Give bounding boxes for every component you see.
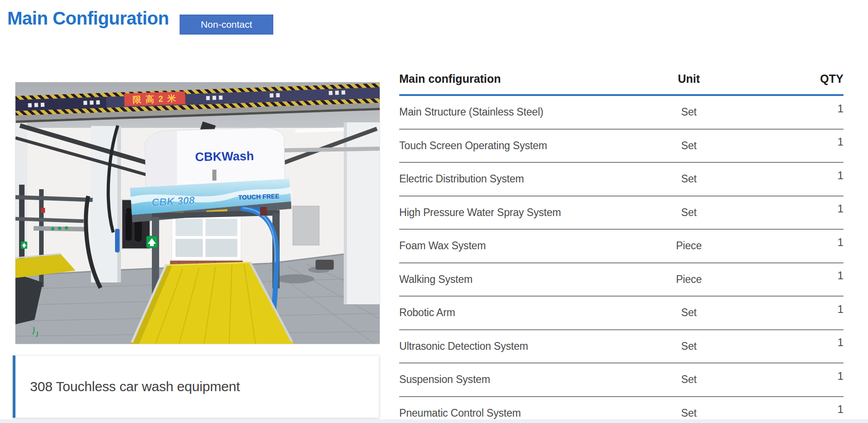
- table-row: Electric Distribution SystemSet1: [399, 163, 843, 196]
- table-row: Suspension SystemSet1: [399, 363, 843, 397]
- table-row: High Pressure Water Spray SystemSet1: [399, 196, 843, 230]
- left-column-shade: [117, 126, 121, 282]
- row-qty: 1: [743, 269, 843, 282]
- row-name: Walking System: [399, 273, 634, 286]
- row-unit: Piece: [634, 240, 743, 252]
- row-qty: 1: [743, 303, 843, 316]
- row-qty: 1: [743, 370, 843, 383]
- table-row: Walking SystemPiece1: [399, 263, 843, 297]
- car-wash-scene: 限 高 2 米 CBKWash CBK 308 TOUCH FREE: [15, 82, 380, 344]
- touch-free-text: TOUCH FREE: [238, 192, 280, 201]
- row-unit: Set: [634, 140, 743, 152]
- window: [170, 215, 243, 265]
- machine-banner: CBKWash: [145, 128, 285, 187]
- table-row: Touch Screen Operating SystemSet1: [399, 130, 843, 163]
- brand-text: CBKWash: [195, 149, 254, 164]
- row-unit: Set: [634, 340, 743, 352]
- roller-door: [293, 206, 319, 245]
- row-name: Touch Screen Operating System: [399, 140, 634, 152]
- table-row: Ultrasonic Detection SystemSet1: [399, 330, 843, 364]
- table-row: Robotic ArmSet1: [399, 297, 843, 330]
- row-unit: Set: [634, 307, 743, 319]
- caption-card: 308 Touchless car wash equipment: [13, 355, 379, 418]
- header-main-configuration: Main configuration: [399, 72, 634, 86]
- row-qty: 1: [743, 336, 843, 349]
- row-name: High Pressure Water Spray System: [399, 206, 634, 219]
- row-name: Electric Distribution System: [399, 173, 634, 185]
- configuration-table: Main configuration Unit QTY Main Structu…: [399, 64, 843, 423]
- table-row: Main Structure (Stainless Steel)Set1: [399, 96, 843, 130]
- row-unit: Piece: [634, 273, 743, 286]
- product-caption: 308 Touchless car wash equipment: [15, 379, 240, 394]
- row-qty: 1: [743, 102, 843, 115]
- row-qty: 1: [743, 136, 843, 148]
- row-qty: 1: [743, 169, 843, 182]
- green-arrow-sign: [146, 236, 157, 248]
- wet-patch: [276, 274, 314, 283]
- row-name: Ultrasonic Detection System: [399, 340, 634, 352]
- compressor: [316, 260, 334, 270]
- table-row: Foam Wax SystemPiece1: [399, 230, 843, 263]
- row-name: Robotic Arm: [399, 307, 634, 319]
- model-text: CBK 308: [151, 194, 195, 208]
- row-unit: Set: [634, 206, 743, 219]
- row-name: Pneumatic Control System: [399, 407, 634, 419]
- product-photo: 限 高 2 米 CBKWash CBK 308 TOUCH FREE: [15, 82, 380, 344]
- row-qty: 1: [743, 236, 843, 249]
- row-unit: Set: [634, 373, 743, 386]
- row-name: Foam Wax System: [399, 240, 634, 252]
- header-unit: Unit: [634, 72, 743, 86]
- table-header-row: Main configuration Unit QTY: [399, 64, 843, 94]
- row-qty: 1: [743, 202, 843, 215]
- row-unit: Set: [634, 407, 743, 419]
- row-name: Main Structure (Stainless Steel): [399, 106, 634, 118]
- table-body: Main Structure (Stainless Steel)Set1Touc…: [399, 96, 843, 423]
- bucket: [260, 207, 267, 216]
- page-title: Main Configuration: [7, 8, 169, 29]
- row-qty: 1: [743, 403, 843, 416]
- row-unit: Set: [634, 106, 743, 118]
- row-unit: Set: [634, 173, 743, 185]
- badge-label: Non-contact: [201, 19, 252, 30]
- table-row: Pneumatic Control SystemSet1: [399, 397, 843, 423]
- non-contact-badge: Non-contact: [180, 15, 273, 35]
- green-arrow-sign-small: [21, 242, 27, 249]
- height-limit-text: 限 高 2 米: [132, 94, 177, 105]
- header-qty: QTY: [743, 72, 843, 86]
- blue-pipe-left: [115, 229, 120, 252]
- row-name: Suspension System: [399, 373, 634, 386]
